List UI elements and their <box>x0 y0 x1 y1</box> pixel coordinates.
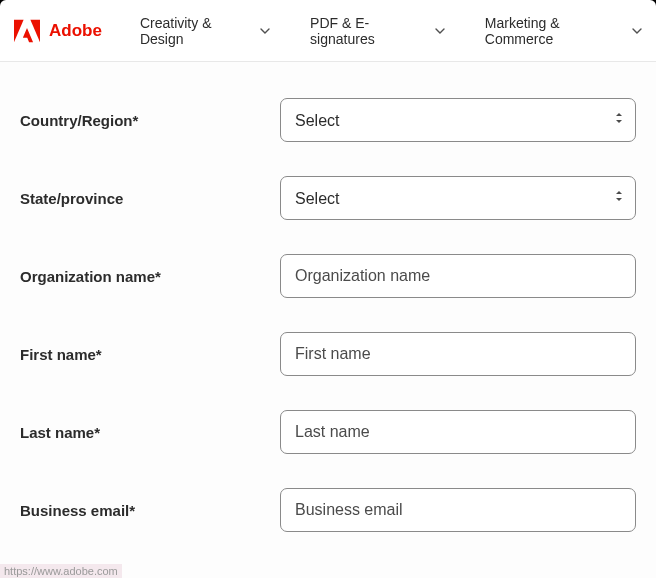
adobe-logo-icon <box>14 19 40 43</box>
state-label: State/province <box>20 190 280 207</box>
organization-label: Organization name* <box>20 268 280 285</box>
field-organization: Organization name* <box>20 254 636 298</box>
nav-creativity-design[interactable]: Creativity & Design <box>140 15 270 47</box>
business-email-input[interactable] <box>280 488 636 532</box>
field-last-name: Last name* <box>20 410 636 454</box>
status-url: https://www.adobe.com <box>0 564 122 578</box>
first-name-label: First name* <box>20 346 280 363</box>
nav-marketing-commerce[interactable]: Marketing & Commerce <box>485 15 642 47</box>
last-name-control <box>280 410 636 454</box>
country-control: Select <box>280 98 636 142</box>
first-name-control <box>280 332 636 376</box>
state-select[interactable]: Select <box>280 176 636 220</box>
nav-pdf-esignatures[interactable]: PDF & E-signatures <box>310 15 445 47</box>
organization-input[interactable] <box>280 254 636 298</box>
country-select[interactable]: Select <box>280 98 636 142</box>
field-first-name: First name* <box>20 332 636 376</box>
chevron-down-icon <box>435 28 445 34</box>
top-nav: Adobe Creativity & Design PDF & E-signat… <box>0 0 656 62</box>
country-label: Country/Region* <box>20 112 280 129</box>
last-name-input[interactable] <box>280 410 636 454</box>
nav-item-label: PDF & E-signatures <box>310 15 429 47</box>
nav-item-label: Marketing & Commerce <box>485 15 626 47</box>
field-state: State/province Select <box>20 176 636 220</box>
chevron-down-icon <box>632 28 642 34</box>
first-name-input[interactable] <box>280 332 636 376</box>
form: Country/Region* Select State/province Se… <box>0 62 656 578</box>
main-nav: Creativity & Design PDF & E-signatures M… <box>140 15 642 47</box>
business-email-label: Business email* <box>20 502 280 519</box>
nav-item-label: Creativity & Design <box>140 15 254 47</box>
brand-name: Adobe <box>49 21 102 41</box>
field-business-email: Business email* <box>20 488 636 532</box>
chevron-down-icon <box>260 28 270 34</box>
last-name-label: Last name* <box>20 424 280 441</box>
organization-control <box>280 254 636 298</box>
brand-logo[interactable]: Adobe <box>14 19 102 43</box>
business-email-control <box>280 488 636 532</box>
field-country: Country/Region* Select <box>20 98 636 142</box>
state-control: Select <box>280 176 636 220</box>
